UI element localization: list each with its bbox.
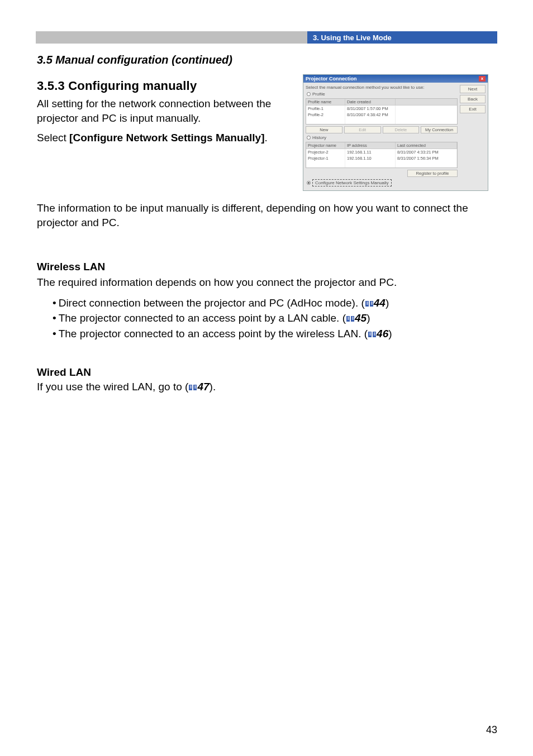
profile-button-row: New Edit Delete My Connection bbox=[306, 126, 458, 133]
projector-connection-dialog: Projector Connection x Select the manual… bbox=[303, 74, 488, 191]
bullet-item: •The projector connected to an access po… bbox=[53, 310, 497, 326]
col-last-connected: Last connected bbox=[396, 142, 457, 149]
reference-icon bbox=[365, 300, 374, 307]
exit-button[interactable]: Exit bbox=[460, 105, 486, 113]
bullet-text: Direct connection between the projector … bbox=[59, 297, 365, 309]
breadcrumb-text: 3. Using the Live Mode bbox=[313, 34, 392, 42]
dialog-titlebar: Projector Connection x bbox=[303, 75, 488, 83]
bullet-close: ) bbox=[367, 312, 370, 324]
cell: Profile-1 bbox=[306, 106, 345, 112]
wireless-lan-heading: Wireless LAN bbox=[37, 261, 497, 273]
table-row[interactable]: Profile-28/31/2007 4:38:42 PM bbox=[306, 112, 457, 118]
radio-profile-label: Profile bbox=[312, 92, 325, 97]
next-button[interactable]: Next bbox=[460, 85, 486, 93]
edit-button[interactable]: Edit bbox=[344, 126, 381, 133]
cell: Profile-2 bbox=[306, 112, 345, 118]
radio-history[interactable]: History bbox=[307, 135, 458, 140]
cell: 192.168.1.11 bbox=[345, 149, 396, 155]
paragraph-after-dialog: The information to be input manually is … bbox=[37, 201, 497, 229]
reference-icon bbox=[188, 384, 197, 391]
section-heading: 3.5.3 Configuring manually bbox=[37, 79, 293, 93]
intro-paragraph-2: Select [Configure Network Settings Manua… bbox=[37, 131, 293, 145]
dialog-instruction: Select the manual connection method you … bbox=[306, 85, 458, 90]
cell: 192.168.1.10 bbox=[345, 155, 396, 161]
intro-p2-bold: [Configure Network Settings Manually] bbox=[69, 132, 264, 143]
bullet-close: ) bbox=[388, 328, 392, 339]
radio-manual[interactable]: Configure Network Settings Manually bbox=[307, 178, 458, 186]
radio-manual-label: Configure Network Settings Manually bbox=[312, 179, 392, 186]
radio-icon bbox=[307, 92, 311, 96]
bullet-close: ) bbox=[386, 297, 389, 309]
table-row[interactable]: Projector-1192.168.1.108/31/2007 1:56:34… bbox=[306, 155, 457, 161]
reference-number: 47 bbox=[197, 381, 209, 393]
history-table: Projector name IP address Last connected… bbox=[306, 142, 458, 168]
table-row[interactable]: Projector-2192.168.1.118/31/2007 4:33:21… bbox=[306, 149, 457, 155]
reference-icon bbox=[368, 331, 377, 338]
page-number: 43 bbox=[486, 724, 497, 736]
bullet-text: The projector connected to an access poi… bbox=[59, 328, 368, 339]
content-row: 3.5.3 Configuring manually All setting f… bbox=[36, 74, 497, 191]
intro-p2-pre: Select bbox=[37, 132, 69, 143]
dialog-left: Select the manual connection method you … bbox=[306, 85, 458, 188]
wireless-lan-intro: The required information depends on how … bbox=[37, 275, 497, 290]
radio-icon bbox=[307, 136, 311, 140]
reference-number: 44 bbox=[374, 297, 386, 309]
dialog-body: Select the manual connection method you … bbox=[303, 83, 488, 190]
table-row[interactable]: Profile-18/31/2007 1:57:00 PM bbox=[306, 106, 457, 112]
my-connection-button[interactable]: My Connection bbox=[421, 126, 458, 133]
bullet-dot: • bbox=[53, 328, 56, 339]
table-row bbox=[306, 161, 457, 168]
cell: 8/31/2007 1:57:00 PM bbox=[345, 106, 396, 112]
page: 3. Using the Live Mode 3.5 Manual config… bbox=[0, 0, 533, 756]
bullet-dot: • bbox=[53, 312, 56, 324]
register-row: Register to profile bbox=[306, 170, 458, 177]
bullet-item: •The projector connected to an access po… bbox=[53, 326, 497, 342]
header-bar: 3. Using the Live Mode bbox=[36, 31, 497, 44]
intro-paragraph-1: All setting for the network connection b… bbox=[37, 97, 293, 125]
bullet-text: The projector connected to an access poi… bbox=[59, 312, 346, 324]
radio-history-label: History bbox=[312, 135, 326, 140]
col-date-created: Date created bbox=[345, 99, 396, 105]
reference-icon bbox=[346, 315, 355, 322]
col-projector-name: Projector name bbox=[306, 142, 345, 149]
cell: Projector-2 bbox=[306, 149, 345, 155]
bullet-dot: • bbox=[53, 297, 56, 309]
cell: 8/31/2007 4:33:21 PM bbox=[396, 149, 457, 155]
delete-button[interactable]: Delete bbox=[383, 126, 420, 133]
breadcrumb: 3. Using the Live Mode bbox=[307, 31, 497, 44]
dialog-title: Projector Connection bbox=[306, 76, 357, 82]
col-profile-name: Profile name bbox=[306, 99, 345, 105]
back-button[interactable]: Back bbox=[460, 95, 486, 103]
table-row bbox=[306, 118, 457, 124]
new-button[interactable]: New bbox=[306, 126, 342, 133]
radio-profile[interactable]: Profile bbox=[307, 92, 458, 97]
reference-number: 46 bbox=[377, 328, 388, 339]
wired-text-a: If you use the wired LAN, go to ( bbox=[37, 381, 188, 393]
bullet-item: •Direct connection between the projector… bbox=[53, 295, 497, 311]
cell: 8/31/2007 1:56:34 PM bbox=[396, 155, 457, 161]
left-column: 3.5.3 Configuring manually All setting f… bbox=[36, 74, 293, 151]
cell: 8/31/2007 4:38:42 PM bbox=[345, 112, 396, 118]
radio-icon bbox=[307, 181, 311, 185]
reference-number: 45 bbox=[355, 312, 367, 324]
history-table-header: Projector name IP address Last connected bbox=[306, 142, 457, 149]
col-ip: IP address bbox=[345, 142, 396, 149]
profile-table-header: Profile name Date created bbox=[306, 99, 457, 106]
section-subtitle: 3.5 Manual configuration (continued) bbox=[37, 54, 497, 66]
profile-table: Profile name Date created Profile-18/31/… bbox=[306, 98, 458, 125]
wired-text-b: ). bbox=[210, 381, 216, 393]
intro-p2-post: . bbox=[265, 132, 268, 143]
close-icon[interactable]: x bbox=[479, 76, 486, 82]
wired-lan-line: If you use the wired LAN, go to (47). bbox=[37, 380, 497, 394]
header-grey-stripe bbox=[36, 31, 307, 44]
cell: Projector-1 bbox=[306, 155, 345, 161]
dialog-right-buttons: Next Back Exit bbox=[460, 85, 486, 188]
register-to-profile-button[interactable]: Register to profile bbox=[407, 170, 458, 177]
wired-lan-heading: Wired LAN bbox=[37, 366, 497, 379]
